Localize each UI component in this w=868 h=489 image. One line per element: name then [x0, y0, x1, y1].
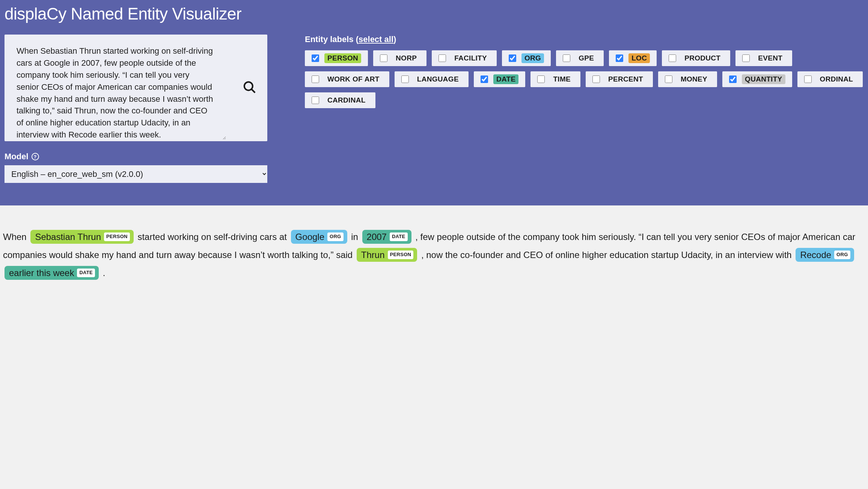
entity-label-chip[interactable]: DATE: [474, 71, 526, 87]
entity-text: Google: [295, 231, 324, 243]
entity-span: 2007DATE: [362, 230, 411, 244]
entity-tag: DATE: [390, 232, 408, 241]
entity-label-checkbox[interactable]: [481, 75, 488, 83]
entity-span: RecodeORG: [796, 248, 854, 262]
entity-text: Sebastian Thrun: [35, 231, 101, 243]
entity-label-checkbox[interactable]: [401, 75, 409, 83]
entity-label-checkbox[interactable]: [669, 54, 676, 62]
entity-label-name: WORK OF ART: [324, 74, 383, 84]
svg-point-0: [244, 82, 253, 90]
entity-label-chip[interactable]: LANGUAGE: [395, 71, 469, 87]
left-column: Model ? English – en_core_web_sm (v2.0.0…: [5, 35, 267, 183]
entity-label-checkbox[interactable]: [665, 75, 672, 83]
entity-label-name: ORDINAL: [817, 74, 856, 84]
entity-span: earlier this weekDATE: [5, 266, 99, 280]
entity-tag: PERSON: [388, 251, 414, 259]
entity-text: Recode: [800, 249, 831, 261]
entity-text: Thrun: [361, 249, 385, 261]
entity-label-chip[interactable]: PERSON: [305, 50, 368, 66]
entity-label-name: PERSON: [324, 53, 361, 63]
control-panel: displaCy Named Entity Visualizer Model ?…: [0, 0, 868, 205]
controls-row: Model ? English – en_core_web_sm (v2.0.0…: [5, 35, 863, 183]
entity-label-name: TIME: [550, 74, 574, 84]
entity-label-name: DATE: [493, 74, 519, 84]
entity-label-chip[interactable]: QUANTITY: [722, 71, 792, 87]
entity-label-chip[interactable]: PRODUCT: [662, 50, 730, 66]
entity-label-chip[interactable]: FACILITY: [432, 50, 497, 66]
model-label-text: Model: [5, 152, 29, 161]
entity-label-chip[interactable]: GPE: [556, 50, 604, 66]
entity-label-chip[interactable]: PERCENT: [586, 71, 653, 87]
entity-span: GoogleORG: [291, 230, 347, 244]
entity-label-checkbox[interactable]: [312, 97, 319, 104]
entity-label-name: PERCENT: [605, 74, 646, 84]
entity-label-name: LANGUAGE: [414, 74, 462, 84]
entity-label-checkbox[interactable]: [380, 54, 387, 62]
entity-label-chip[interactable]: NORP: [373, 50, 426, 66]
entity-label-checkbox[interactable]: [509, 54, 516, 62]
entity-text: earlier this week: [9, 267, 74, 279]
select-all-link[interactable]: select all: [359, 35, 393, 44]
entity-label-checkbox[interactable]: [439, 54, 446, 62]
entity-label-name: QUANTITY: [742, 74, 785, 84]
entity-tag: ORG: [834, 251, 850, 259]
entity-label-chip[interactable]: MONEY: [658, 71, 717, 87]
entity-label-chip[interactable]: ORDINAL: [797, 71, 863, 87]
entity-span: Sebastian ThrunPERSON: [30, 230, 133, 244]
model-label: Model ?: [5, 152, 267, 161]
help-icon[interactable]: ?: [32, 153, 39, 160]
text-input-wrap: [5, 35, 267, 141]
analyze-button[interactable]: [240, 77, 260, 99]
model-select[interactable]: English – en_core_web_sm (v2.0.0): [5, 165, 267, 183]
entity-label-checkbox[interactable]: [804, 75, 812, 83]
entity-label-checkbox[interactable]: [312, 54, 319, 62]
entity-label-name: NORP: [393, 53, 420, 63]
entity-label-checkbox[interactable]: [312, 75, 319, 83]
entity-tag: DATE: [77, 269, 95, 277]
entity-label-name: MONEY: [678, 74, 710, 84]
entity-output: When Sebastian ThrunPERSON started worki…: [0, 205, 868, 305]
entity-label-chip[interactable]: EVENT: [735, 50, 792, 66]
page-title: displaCy Named Entity Visualizer: [5, 5, 863, 23]
entity-label-name: FACILITY: [451, 53, 490, 63]
entity-label-chip[interactable]: LOC: [609, 50, 657, 66]
entity-label-name: LOC: [628, 53, 650, 63]
entity-label-chip[interactable]: TIME: [530, 71, 580, 87]
entity-label-name: ORG: [521, 53, 544, 63]
entity-label-checkbox[interactable]: [729, 75, 737, 83]
entity-label-name: CARDINAL: [324, 95, 369, 105]
entity-label-name: EVENT: [755, 53, 785, 63]
svg-line-1: [252, 89, 255, 93]
entity-tag: PERSON: [104, 232, 130, 241]
entity-tag: ORG: [327, 232, 344, 241]
entity-labels-heading: Entity labels (select all): [305, 35, 863, 44]
text-input[interactable]: [5, 35, 226, 140]
entity-label-chips: PERSONNORPFACILITYORGGPELOCPRODUCTEVENTW…: [305, 50, 863, 108]
entity-label-checkbox[interactable]: [742, 54, 750, 62]
entity-label-name: PRODUCT: [681, 53, 723, 63]
right-column: Entity labels (select all) PERSONNORPFAC…: [305, 35, 863, 108]
entity-label-name: GPE: [576, 53, 597, 63]
entity-label-checkbox[interactable]: [592, 75, 600, 83]
entity-label-chip[interactable]: CARDINAL: [305, 92, 375, 108]
entity-label-checkbox[interactable]: [563, 54, 570, 62]
entity-text: 2007: [367, 231, 387, 243]
entity-label-checkbox[interactable]: [616, 54, 623, 62]
entity-span: ThrunPERSON: [357, 248, 417, 262]
entity-label-chip[interactable]: WORK OF ART: [305, 71, 389, 87]
entity-label-checkbox[interactable]: [537, 75, 545, 83]
entity-label-chip[interactable]: ORG: [502, 50, 551, 66]
search-icon: [243, 90, 257, 96]
